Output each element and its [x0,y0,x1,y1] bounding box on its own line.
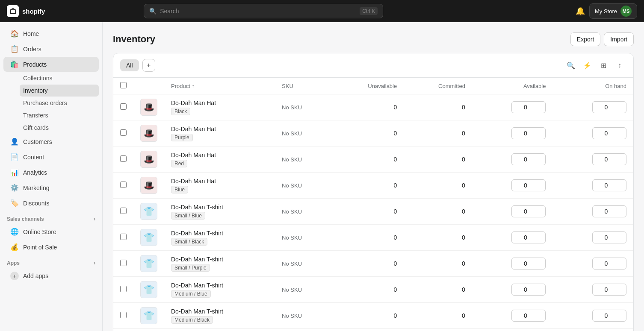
row-checkbox-cell [113,225,133,251]
sort-button[interactable]: ↕ [613,59,626,72]
on-hand-input-5[interactable] [592,231,626,243]
row-checkbox-cell [113,329,133,331]
available-input-3[interactable] [511,179,546,191]
row-checkbox-0[interactable] [120,103,127,110]
add-filter-button[interactable]: + [142,59,155,72]
header-committed: Committed [404,78,472,94]
sidebar-item-orders[interactable]: 📋 Orders [3,41,99,56]
available-input-8[interactable] [511,310,546,322]
import-button[interactable]: Import [604,32,634,46]
sidebar-item-analytics[interactable]: 📊 Analytics [3,165,99,180]
on-hand-input-6[interactable] [592,258,626,269]
product-thumbnail: 🎩 [140,177,157,194]
row-unavailable: 0 [332,329,404,331]
on-hand-input-8[interactable] [592,310,626,322]
sidebar-item-content[interactable]: 📄 Content [3,149,99,164]
shopify-logo[interactable]: shopify [7,5,45,17]
available-input-6[interactable] [511,258,546,269]
row-unavailable: 0 [332,225,404,251]
available-input-7[interactable] [511,284,546,296]
columns-button[interactable]: ⊞ [597,59,610,72]
select-all-checkbox[interactable] [120,82,127,88]
orders-icon: 📋 [10,45,19,53]
table-row: 👕 Do-Dah Man T-shirt Small / Purple No S… [113,251,633,277]
available-input-1[interactable] [511,127,546,139]
header-sku: SKU [275,78,332,94]
row-checkbox-cell [113,277,133,303]
filter-tab-all[interactable]: All [120,59,139,71]
row-committed: 0 [404,94,472,120]
sales-channels-section: Sales channels › [0,211,102,224]
available-input-2[interactable] [511,153,546,165]
sidebar-item-discounts[interactable]: 🏷️ Discounts [3,196,99,211]
row-committed: 0 [404,199,472,225]
row-thumb-cell: 🎩 [133,120,164,146]
sidebar-item-purchase-orders[interactable]: Purchase orders [20,97,99,109]
row-thumb-cell: 🎩 [133,173,164,199]
on-hand-input-1[interactable] [592,127,626,139]
product-thumbnail: 👕 [140,255,157,272]
sidebar-item-marketing[interactable]: ⚙️ Marketing [3,180,99,195]
sidebar-item-add-apps[interactable]: + Add apps [3,268,99,284]
row-checkbox-8[interactable] [120,312,127,318]
sidebar-item-inventory[interactable]: Inventory [20,85,99,97]
sidebar-item-products[interactable]: 🛍️ Products [3,57,99,72]
sidebar-item-point-of-sale[interactable]: 💰 Point of Sale [3,240,99,255]
row-checkbox-2[interactable] [120,155,127,162]
row-thumb-cell: 🎩 [133,94,164,120]
on-hand-input-7[interactable] [592,284,626,296]
sidebar-item-collections[interactable]: Collections [20,72,99,84]
product-variant-badge: Blue [171,186,188,193]
row-checkbox-4[interactable] [120,208,127,214]
search-bar[interactable]: 🔍 Ctrl K [144,4,383,18]
table-row: 👕 Do-Dah Man T-shirt Medium / Blue No SK… [113,277,633,303]
sidebar-item-home[interactable]: 🏠 Home [3,26,99,41]
product-name: Do-Dah Man Hat [171,178,268,185]
topnav: shopify 🔍 Ctrl K 🔔 My Store MS [0,0,644,22]
row-checkbox-1[interactable] [120,129,127,136]
search-input[interactable] [160,8,356,15]
row-checkbox-cell [113,146,133,173]
on-hand-input-0[interactable] [592,101,626,113]
sidebar-label-online-store: Online Store [23,228,56,235]
row-thumb-cell: 🎩 [133,146,164,173]
row-checkbox-6[interactable] [120,260,127,266]
row-checkbox-3[interactable] [120,182,127,188]
row-thumb-cell: 👕 [133,329,164,331]
available-input-4[interactable] [511,205,546,217]
search-table-button[interactable]: 🔍 [564,59,578,72]
store-button[interactable]: My Store MS [589,3,637,19]
header-on-hand: On hand [552,78,633,94]
sidebar-label-orders: Orders [23,46,41,53]
on-hand-input-4[interactable] [592,205,626,217]
row-available-cell [472,94,553,120]
product-variant-badge: Medium / Black [171,316,213,324]
sidebar-item-customers[interactable]: 👤 Customers [3,134,99,149]
row-product-cell: Do-Dah Man T-shirt Small / Black [164,225,275,251]
row-checkbox-cell [113,303,133,329]
on-hand-input-2[interactable] [592,153,626,165]
on-hand-input-3[interactable] [592,179,626,191]
shopify-bag-icon [7,5,19,17]
product-thumbnail: 👕 [140,203,157,220]
filter-table-button[interactable]: ⚡ [580,59,594,72]
topnav-right: 🔔 My Store MS [576,3,637,19]
table-row: 👕 Do-Dah Man T-shirt Small / Black No SK… [113,225,633,251]
export-button[interactable]: Export [570,32,600,46]
product-variant-badge: Purple [171,134,193,141]
row-checkbox-5[interactable] [120,234,127,240]
available-input-0[interactable] [511,101,546,113]
row-checkbox-7[interactable] [120,286,127,292]
sidebar-item-gift-cards[interactable]: Gift cards [20,122,99,134]
notification-bell-icon[interactable]: 🔔 [576,6,585,16]
apps-expand-icon[interactable]: › [94,260,95,266]
available-input-5[interactable] [511,231,546,243]
header-unavailable: Unavailable [332,78,404,94]
sales-channels-expand-icon[interactable]: › [94,216,95,222]
sidebar-item-transfers[interactable]: Transfers [20,109,99,121]
header-product: Product ↑ [164,78,275,94]
sales-channels-label: Sales channels [7,216,44,222]
row-available-cell [472,225,553,251]
table-row: 🎩 Do-Dah Man Hat Red No SKU 0 0 [113,146,633,173]
sidebar-item-online-store[interactable]: 🌐 Online Store [3,224,99,239]
